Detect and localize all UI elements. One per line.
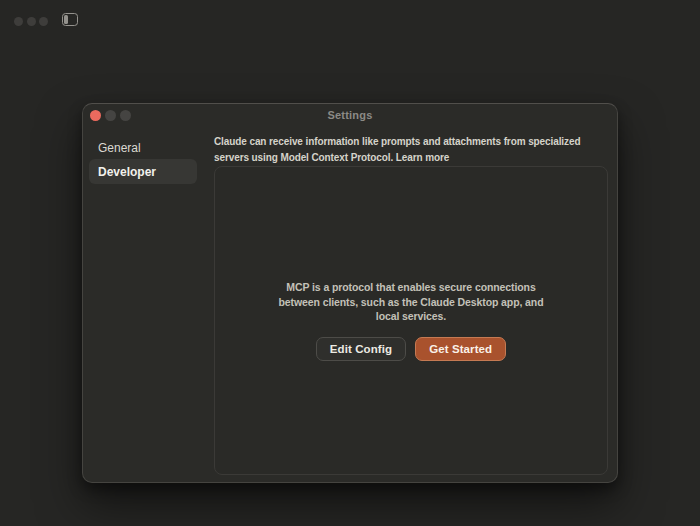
edit-config-button[interactable]: Edit Config — [316, 337, 406, 361]
minimize-icon[interactable] — [27, 17, 36, 26]
window-title: Settings — [83, 109, 617, 121]
learn-more-link[interactable]: Learn more — [396, 152, 449, 163]
settings-window: Settings General Developer Claude can re… — [82, 103, 618, 483]
mcp-header-text: Claude can receive information like prom… — [214, 134, 612, 165]
mcp-panel-description: MCP is a protocol that enables secure co… — [272, 280, 550, 324]
app-traffic-lights — [14, 17, 48, 26]
mcp-servers-panel: MCP is a protocol that enables secure co… — [214, 166, 608, 475]
app-titlebar — [0, 0, 700, 36]
get-started-button[interactable]: Get Started — [415, 337, 506, 361]
close-icon[interactable] — [14, 17, 23, 26]
sidebar-item-general[interactable]: General — [89, 135, 197, 160]
sidebar-item-developer[interactable]: Developer — [89, 159, 197, 184]
sidebar-toggle-icon[interactable] — [62, 13, 78, 26]
maximize-icon[interactable] — [39, 17, 48, 26]
settings-titlebar[interactable]: Settings — [83, 104, 617, 130]
mcp-actions: Edit Config Get Started — [316, 337, 507, 361]
